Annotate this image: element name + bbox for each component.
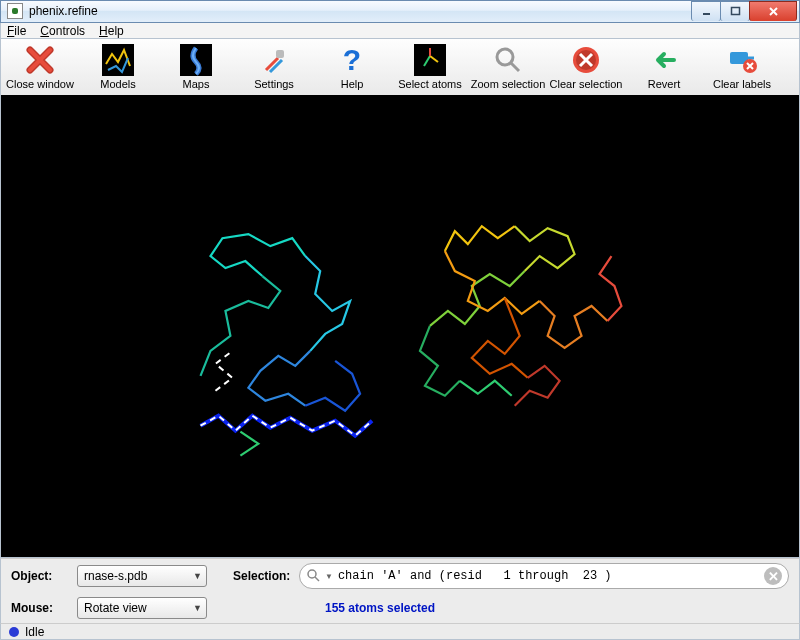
help-button[interactable]: ? Help bbox=[313, 42, 391, 92]
svg-point-20 bbox=[308, 570, 316, 578]
clear-selection-button[interactable]: Clear selection bbox=[547, 42, 625, 92]
clear-selection-icon bbox=[570, 44, 602, 76]
clear-labels-button[interactable]: Clear labels bbox=[703, 42, 781, 92]
mouse-value: Rotate view bbox=[84, 601, 147, 615]
app-icon bbox=[7, 3, 23, 19]
help-icon: ? bbox=[336, 44, 368, 76]
chevron-down-icon[interactable]: ▼ bbox=[325, 572, 333, 581]
svg-rect-1 bbox=[731, 8, 739, 15]
controls-row-mouse: Mouse: Rotate view ▼ 155 atoms selected bbox=[0, 593, 800, 623]
clear-input-icon[interactable]: ✕ bbox=[764, 567, 782, 585]
mouse-label: Mouse: bbox=[11, 601, 69, 615]
object-label: Object: bbox=[11, 569, 69, 583]
models-button[interactable]: Models bbox=[79, 42, 157, 92]
svg-rect-8 bbox=[276, 50, 284, 58]
chevron-down-icon: ▼ bbox=[193, 571, 202, 581]
selection-status: 155 atoms selected bbox=[325, 601, 435, 615]
status-indicator-icon bbox=[9, 627, 19, 637]
select-atoms-button[interactable]: Select atoms bbox=[391, 42, 469, 92]
menu-controls[interactable]: Controls bbox=[40, 24, 85, 38]
search-icon bbox=[306, 568, 320, 585]
maps-button[interactable]: Maps bbox=[157, 42, 235, 92]
window-title: phenix.refine bbox=[29, 4, 692, 18]
svg-text:?: ? bbox=[343, 44, 361, 76]
revert-button[interactable]: Revert bbox=[625, 42, 703, 92]
toolbar: Close window Models Maps Settings ? Help… bbox=[0, 39, 800, 95]
zoom-icon bbox=[492, 44, 524, 76]
svg-line-15 bbox=[511, 63, 519, 71]
zoom-selection-button[interactable]: Zoom selection bbox=[469, 42, 547, 92]
svg-line-21 bbox=[315, 577, 319, 581]
selection-input[interactable] bbox=[338, 569, 759, 583]
menu-bar: File Controls Help bbox=[0, 23, 800, 40]
minimize-button[interactable] bbox=[691, 1, 721, 21]
close-button[interactable] bbox=[749, 1, 797, 21]
object-value: rnase-s.pdb bbox=[84, 569, 147, 583]
3d-viewport[interactable] bbox=[0, 95, 800, 558]
close-window-button[interactable]: Close window bbox=[1, 42, 79, 92]
menu-help[interactable]: Help bbox=[99, 24, 124, 38]
svg-point-14 bbox=[497, 49, 513, 65]
chevron-down-icon: ▼ bbox=[193, 603, 202, 613]
status-bar: Idle bbox=[0, 623, 800, 640]
models-icon bbox=[102, 44, 134, 76]
settings-button[interactable]: Settings bbox=[235, 42, 313, 92]
selection-field[interactable]: ▼ ✕ bbox=[299, 563, 789, 589]
controls-row-object: Object: rnase-s.pdb ▼ Selection: ▼ ✕ bbox=[0, 558, 800, 593]
maps-icon bbox=[180, 44, 212, 76]
menu-file[interactable]: File bbox=[7, 24, 26, 38]
molecule-render bbox=[1, 95, 799, 557]
revert-icon bbox=[648, 44, 680, 76]
status-text: Idle bbox=[25, 625, 44, 639]
clear-labels-icon bbox=[726, 44, 758, 76]
object-dropdown[interactable]: rnase-s.pdb ▼ bbox=[77, 565, 207, 587]
settings-icon bbox=[258, 44, 290, 76]
select-atoms-icon bbox=[414, 44, 446, 76]
mouse-dropdown[interactable]: Rotate view ▼ bbox=[77, 597, 207, 619]
close-x-icon bbox=[24, 44, 56, 76]
maximize-button[interactable] bbox=[720, 1, 750, 21]
selection-label: Selection: bbox=[233, 569, 291, 583]
window-titlebar: phenix.refine bbox=[0, 0, 800, 23]
window-controls bbox=[692, 1, 797, 21]
